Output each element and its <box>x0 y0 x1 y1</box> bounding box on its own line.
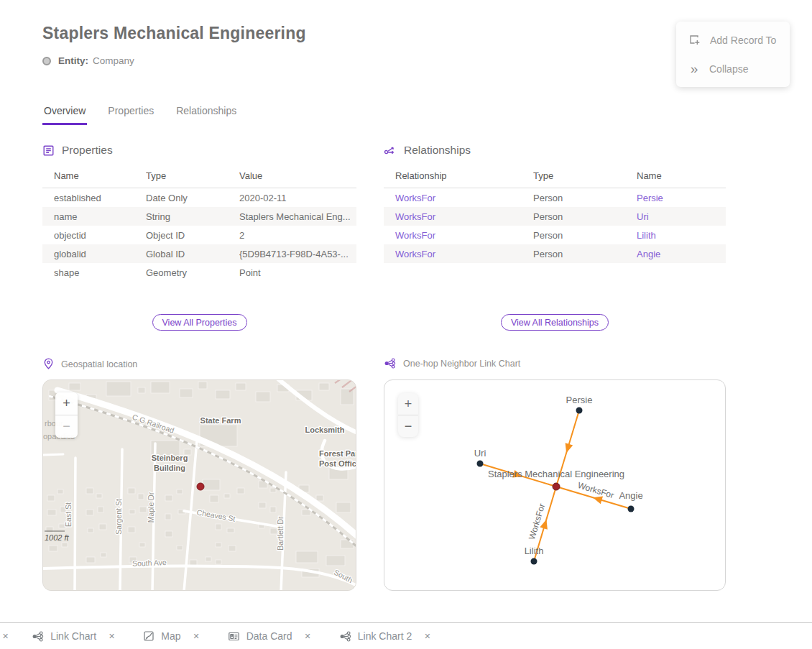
edge-label: WorksFor <box>527 502 547 541</box>
zoom-in-button[interactable]: + <box>398 393 418 415</box>
link-chart-canvas[interactable]: Persie Uri Angie Lilith Staplers Mechani… <box>384 380 725 590</box>
map-canvas[interactable]: 1002 ft rbour opaedics C G Railroad Stat… <box>43 380 356 591</box>
entity-type: Company <box>93 55 134 66</box>
map-label: Building <box>154 464 185 472</box>
table-row: WorksFor Person Angie <box>384 244 726 263</box>
tab-relationships[interactable]: Relationships <box>175 103 238 125</box>
col-header: Type <box>533 170 637 181</box>
bottom-tab-bar: ✕ Link Chart ✕ Map ✕ <box>0 622 812 649</box>
map-entity-marker[interactable] <box>197 483 204 490</box>
map-label: Sargent St <box>114 499 123 535</box>
entity-link[interactable]: Uri <box>637 211 726 222</box>
rel-type: Person <box>533 211 637 222</box>
prop-type: String <box>146 211 239 222</box>
prop-value: {5D9B4713-F98D-4A53-... <box>239 249 356 259</box>
close-icon[interactable]: ✕ <box>423 630 432 643</box>
table-row: name String Staplers Mechanical Eng... <box>42 207 356 226</box>
link-chart-section-header: One-hop Neighbor Link Chart <box>384 358 520 369</box>
table-row: WorksFor Person Persie <box>384 188 726 207</box>
table-row: WorksFor Person Uri <box>384 207 726 226</box>
map-label: Steinberg <box>152 454 188 462</box>
node-label: Uri <box>474 448 486 459</box>
map-label: South Ave <box>132 558 167 568</box>
table-row: globalid Global ID {5D9B4713-F98D-4A53-.… <box>42 244 356 263</box>
dock-tab-link-chart-2[interactable]: Link Chart 2 ✕ <box>339 630 433 643</box>
map-label: Bartlett Dr <box>276 516 285 551</box>
menu-item-label: Add Record To <box>710 34 776 46</box>
properties-table: Name Type Value established Date Only 20… <box>42 167 356 282</box>
map-panel[interactable]: 1002 ft rbour opaedics C G Railroad Stat… <box>42 379 356 591</box>
relationship-link[interactable]: WorksFor <box>395 249 533 259</box>
graph-node-center[interactable] <box>553 483 560 490</box>
center-node-label: Staplers Mechanical Engineering <box>488 469 624 479</box>
dock-tab-label: Link Chart 2 <box>358 630 412 642</box>
map-label: East St <box>64 502 73 527</box>
entity-link[interactable]: Angie <box>637 249 726 259</box>
link-chart-icon <box>339 631 351 642</box>
dock-tab-data-card[interactable]: Data Card ✕ <box>228 630 313 643</box>
relationships-table: Relationship Type Name WorksFor Person P… <box>384 167 726 263</box>
node-label: Persie <box>566 395 593 405</box>
link-chart-zoom-control: + − <box>398 393 418 437</box>
col-header: Value <box>239 170 356 181</box>
map-scale-text: 1002 ft <box>45 533 70 542</box>
prop-name: name <box>54 211 146 222</box>
prop-type: Global ID <box>146 249 239 259</box>
tab-properties[interactable]: Properties <box>106 103 155 125</box>
close-icon[interactable]: ✕ <box>303 630 313 643</box>
graph-node-angie[interactable] <box>628 506 635 512</box>
link-chart-icon <box>32 631 44 642</box>
tab-overview[interactable]: Overview <box>42 103 87 125</box>
dock-tab-map[interactable]: Map ✕ <box>143 630 200 643</box>
relationship-link[interactable]: WorksFor <box>395 211 533 222</box>
page-title: Staplers Mechanical Engineering <box>42 24 306 43</box>
graph-node-lilith[interactable] <box>531 558 538 565</box>
zoom-in-button[interactable]: + <box>55 392 78 415</box>
table-row: objectid Object ID 2 <box>42 226 356 244</box>
table-row: established Date Only 2020-02-11 <box>42 188 356 207</box>
dock-tab-label: Data Card <box>246 630 292 642</box>
link-chart-icon <box>384 358 396 369</box>
relationship-link[interactable]: WorksFor <box>395 230 533 241</box>
col-header: Name <box>637 170 726 181</box>
prop-name: globalid <box>54 249 146 259</box>
menu-item-collapse[interactable]: » Collapse <box>676 55 790 83</box>
view-all-relationships-button[interactable]: View All Relationships <box>501 314 609 331</box>
relationships-section: Relationships Relationship Type Name Wor… <box>384 143 726 351</box>
properties-icon <box>42 144 55 157</box>
close-icon[interactable]: ✕ <box>191 630 200 643</box>
col-header: Name <box>54 170 146 181</box>
map-icon <box>143 630 154 642</box>
table-row: shape Geometry Point <box>42 263 356 282</box>
map-zoom-control: + − <box>55 392 78 438</box>
rel-type: Person <box>533 193 637 203</box>
table-row: WorksFor Person Lilith <box>384 226 726 244</box>
relationships-icon <box>384 144 397 156</box>
prop-type: Object ID <box>146 230 239 241</box>
prop-name: objectid <box>54 230 146 241</box>
prop-type: Geometry <box>146 267 239 278</box>
data-card-icon <box>228 631 240 642</box>
close-icon[interactable]: ✕ <box>1 630 10 643</box>
view-all-properties-button[interactable]: View All Properties <box>152 314 247 331</box>
entity-link[interactable]: Persie <box>637 193 726 203</box>
add-record-icon <box>688 34 701 46</box>
link-chart-panel[interactable]: Persie Uri Angie Lilith Staplers Mechani… <box>384 379 726 591</box>
entity-label: Entity: <box>58 55 88 66</box>
section-title: Properties <box>62 144 113 157</box>
dock-tab-label: Map <box>161 630 180 642</box>
geospatial-section-header: Geospatial location <box>43 358 137 370</box>
dock-tab-label: Link Chart <box>50 630 96 642</box>
graph-node-persie[interactable] <box>576 408 583 414</box>
graph-node-uri[interactable] <box>477 461 484 467</box>
dock-tab-link-chart[interactable]: Link Chart ✕ <box>32 630 116 643</box>
close-icon[interactable]: ✕ <box>107 630 116 643</box>
menu-item-add-record-to[interactable]: Add Record To <box>676 25 790 55</box>
relationship-link[interactable]: WorksFor <box>395 193 533 203</box>
prop-name: established <box>54 193 146 203</box>
zoom-out-button[interactable]: − <box>55 415 78 438</box>
rel-type: Person <box>533 230 637 241</box>
entity-link[interactable]: Lilith <box>637 230 726 241</box>
menu-item-label: Collapse <box>709 63 748 75</box>
zoom-out-button[interactable]: − <box>398 415 418 437</box>
